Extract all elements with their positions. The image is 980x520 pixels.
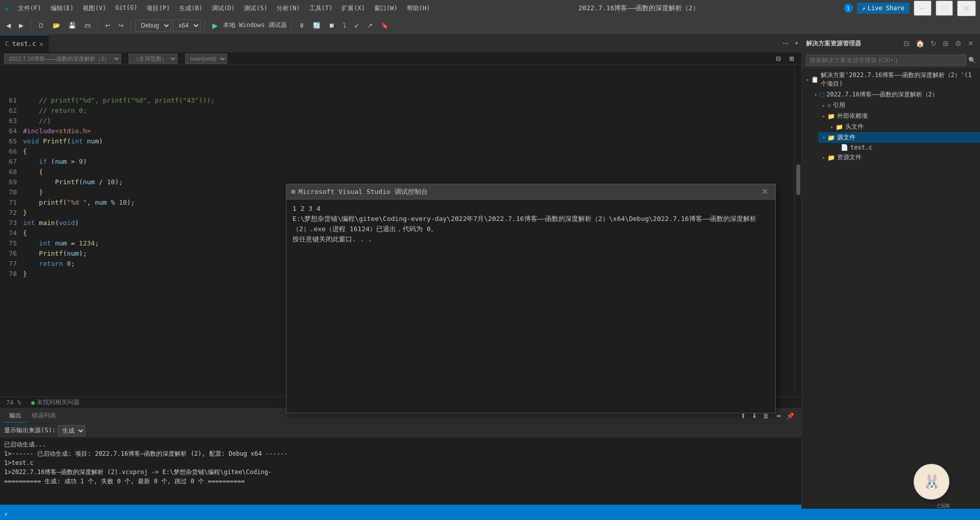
node-label: 引用 [833, 101, 845, 110]
tree-node-引用[interactable]: ▸⎋引用 [818, 100, 980, 111]
menu-item[interactable]: 工具(T) [305, 2, 337, 15]
new-tab-button[interactable]: + [792, 38, 801, 48]
separator-5 [291, 20, 291, 31]
output-line: 1>------ 已启动生成: 项目: 2022.7.16博客—函数的深度解析 … [4, 449, 797, 458]
config-dropdown[interactable]: Debug [135, 19, 171, 32]
avatar-area: 🐰 CSDN [914, 464, 949, 500]
arrow-icon: ▾ [806, 77, 809, 83]
debug-output-line-3: 按任意键关闭此窗口. . . [292, 234, 769, 244]
sol-home-btn[interactable]: 🏠 [914, 38, 926, 48]
menu-item[interactable]: 调试(D) [208, 2, 239, 15]
tab-bar: C test.c ✕ ⋯ + [0, 35, 801, 53]
output-source-select[interactable]: 生成 [58, 425, 85, 436]
tab-name: test.c [12, 40, 36, 47]
sol-collapse-btn[interactable]: ⊟ [901, 38, 912, 48]
debug-output-line-1: 1 2 3 4 [292, 204, 769, 214]
tree-node-test.c[interactable]: 📄test.c [835, 143, 980, 152]
breadcrumb-project-select[interactable]: 2022.7.16博客——函数的深度解析（2） [4, 54, 121, 64]
debug-output-line-2: E:\梦想杂货铺\编程\gitee\Coding-every-day\2022年… [292, 214, 769, 234]
menu-item[interactable]: 扩展(X) [337, 2, 369, 15]
remote-button[interactable]: ⚡ [4, 511, 8, 518]
debug-console-window: ⊞ Microsoft Visual Studio 调试控制台 ✕ 1 2 3 … [286, 184, 776, 413]
sol-refresh-btn[interactable]: ↻ [928, 38, 939, 48]
menu-item[interactable]: Git(G) [111, 2, 141, 15]
platform-dropdown[interactable]: x64 [173, 19, 201, 32]
tab-icon: C [5, 40, 9, 47]
tree-node-资源文件[interactable]: ▸📁资源文件 [818, 152, 980, 163]
file-icon: 📄 [841, 144, 848, 151]
notification-badge[interactable]: 1 [844, 4, 853, 13]
back-button[interactable]: ◀ [3, 20, 14, 31]
output-tab[interactable]: 输出 [4, 409, 27, 423]
minimize-button[interactable]: ─ [914, 1, 932, 16]
menu-bar: 文件(F)编辑(E)视图(V)Git(G)项目(P)生成(B)调试(D)测试(S… [14, 2, 434, 15]
output-pin-btn[interactable]: 📌 [783, 411, 797, 421]
live-share-label: Live Share [868, 5, 904, 12]
solution-label: 解决方案'2022.7.16博客——函数的深度解析（2）'(1个项目) [821, 71, 976, 88]
solution-search: 🔍 [802, 53, 980, 68]
close-button[interactable]: ✕ [957, 1, 976, 16]
menu-item[interactable]: 文件(F) [14, 2, 45, 15]
menu-item[interactable]: 帮助(H) [403, 2, 434, 15]
tree-node-源文件[interactable]: ▾📁源文件 [818, 132, 980, 143]
menu-item[interactable]: 编辑(E) [46, 2, 78, 15]
breadcrumb: 2022.7.16博客——函数的深度解析（2） › （全局范围） › main(… [0, 53, 801, 65]
project-icon: ⬡ [819, 91, 824, 98]
menu-item[interactable]: 分析(N) [273, 2, 304, 15]
undo-button[interactable]: ↩ [102, 20, 113, 31]
output-line: 1>test.c [4, 458, 797, 467]
sol-close-btn[interactable]: ✕ [966, 38, 976, 48]
menu-item[interactable]: 测试(S) [240, 2, 272, 15]
expand-button[interactable]: ⊞ [786, 54, 797, 64]
debug-console-close-button[interactable]: ✕ [760, 187, 770, 196]
open-button[interactable]: 📂 [50, 20, 63, 31]
separator-2 [97, 20, 98, 31]
step-in-button[interactable]: ↙ [351, 20, 362, 31]
step-over-button[interactable]: ⤵ [340, 20, 349, 31]
vertical-scrollbar[interactable] [794, 65, 801, 397]
breadcrumb-scope-select[interactable]: （全局范围） [129, 54, 178, 64]
menu-item[interactable]: 生成(B) [175, 2, 207, 15]
folder-icon: 📁 [827, 134, 835, 141]
run-label: 本地 Windows 调试器 [223, 21, 287, 30]
project-node[interactable]: ▾⬡2022.7.16博客——函数的深度解析（2） [810, 89, 980, 100]
solution-search-input[interactable] [806, 55, 966, 66]
node-label: 头文件 [845, 122, 864, 131]
error-list-tab[interactable]: 错误列表 [27, 409, 61, 422]
solution-root[interactable]: ▾📋解决方案'2022.7.16博客——函数的深度解析（2）'(1个项目) [802, 70, 980, 89]
bookmark-button[interactable]: 🔖 [378, 20, 391, 31]
tree-node-外部依赖项[interactable]: ▸📁外部依赖项 [818, 111, 980, 121]
sol-filter-btn[interactable]: ⊞ [941, 38, 951, 48]
right-panel: 解决方案资源管理器 ⊟ 🏠 ↻ ⊞ ⚙ ✕ 🔍 ▾📋解决方案'2022.7.16… [801, 35, 980, 520]
sol-settings-btn[interactable]: ⚙ [953, 38, 964, 48]
code-line: 66{ [5, 146, 789, 157]
run-button[interactable]: ▶ [209, 20, 221, 31]
tree-node-头文件[interactable]: ▸📁头文件 [826, 121, 980, 132]
menu-item[interactable]: 视图(V) [79, 2, 110, 15]
tab-scroll-left[interactable]: ⋯ [779, 38, 792, 48]
pause-button[interactable]: ⏸ [296, 20, 308, 31]
menu-item[interactable]: 窗口(W) [370, 2, 402, 15]
step-out-button[interactable]: ↗ [364, 20, 376, 31]
node-label: test.c [850, 144, 872, 151]
tab-close-button[interactable]: ✕ [39, 40, 43, 48]
new-project-button[interactable]: 🗋 [35, 20, 47, 31]
stop-button[interactable]: ⏹ [326, 20, 338, 31]
active-tab[interactable]: C test.c ✕ [0, 35, 49, 53]
no-problems-item[interactable]: ● 未找到相关问题 [31, 398, 80, 407]
search-icon: 🔍 [966, 57, 976, 64]
menu-item[interactable]: 项目(P) [142, 2, 174, 15]
live-share-button[interactable]: ↗ Live Share [857, 3, 910, 14]
redo-button[interactable]: ↪ [115, 20, 127, 31]
save-all-button[interactable]: 🗃 [81, 20, 93, 31]
zoom-item[interactable]: 74 % [4, 399, 23, 406]
save-button[interactable]: 💾 [65, 20, 79, 31]
breadcrumb-function-select[interactable]: main(void) [185, 54, 227, 64]
scrollbar-thumb[interactable] [796, 164, 800, 195]
restore-button[interactable]: □ [936, 1, 953, 16]
forward-button[interactable]: ▶ [16, 20, 27, 31]
restart-button[interactable]: 🔄 [310, 20, 324, 31]
remote-icon: ⚡ [4, 511, 8, 518]
collapse-button[interactable]: ⊟ [773, 54, 784, 64]
toolbar: ◀ ▶ 🗋 📂 💾 🗃 ↩ ↪ Debug x64 ▶ 本地 Windows 调… [0, 16, 980, 35]
